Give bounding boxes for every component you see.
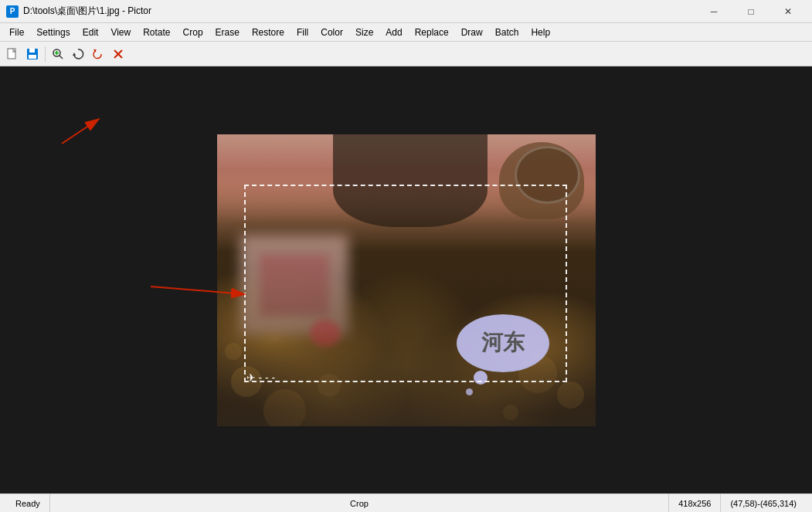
menu-erase[interactable]: Erase <box>209 23 246 42</box>
speech-bubble: 河东 <box>457 314 549 372</box>
minimize-button[interactable]: ─ <box>696 0 732 23</box>
toolbar-save[interactable] <box>23 45 42 63</box>
menu-help[interactable]: Help <box>525 23 556 42</box>
menu-add[interactable]: Add <box>379 23 408 42</box>
main-image: 河东 ✈ - - - <box>217 134 596 426</box>
menu-batch[interactable]: Batch <box>489 23 525 42</box>
svg-line-5 <box>59 56 63 59</box>
cat-dark <box>333 134 488 227</box>
svg-marker-8 <box>73 53 76 56</box>
close-button[interactable]: ✕ <box>770 0 806 23</box>
status-size-text: 418x256 <box>678 499 711 508</box>
menu-draw[interactable]: Draw <box>455 23 489 42</box>
svg-rect-3 <box>29 55 36 59</box>
svg-line-13 <box>62 119 99 144</box>
status-mode-text: Crop <box>350 499 369 508</box>
toolbar-undo[interactable] <box>89 45 107 63</box>
status-coords-text: (47,58)-(465,314) <box>730 499 797 508</box>
menu-replace[interactable]: Replace <box>409 23 455 42</box>
menubar: File Settings Edit View Rotate Crop Eras… <box>0 23 812 42</box>
menu-restore[interactable]: Restore <box>246 23 290 42</box>
toolbar <box>0 42 812 66</box>
titlebar-left: P D:\tools\桌面\图片\1.jpg - Pictor <box>6 5 151 18</box>
status-mode: Crop <box>50 494 669 512</box>
statusbar: Ready Crop 418x256 (47,58)-(465,314) <box>0 493 812 512</box>
toolbar-cancel[interactable] <box>109 45 127 63</box>
svg-rect-2 <box>29 49 35 53</box>
image-container: 河东 ✈ - - - <box>217 134 596 426</box>
window-title: D:\tools\桌面\图片\1.jpg - Pictor <box>23 5 151 18</box>
window-controls: ─ □ ✕ <box>696 0 806 23</box>
status-coords: (47,58)-(465,314) <box>721 494 806 512</box>
toolbar-separator-1 <box>45 46 46 62</box>
titlebar: P D:\tools\桌面\图片\1.jpg - Pictor ─ □ ✕ <box>0 0 812 23</box>
menu-fill[interactable]: Fill <box>290 23 314 42</box>
menu-crop[interactable]: Crop <box>177 23 209 42</box>
menu-view[interactable]: View <box>104 23 137 42</box>
status-ready-text: Ready <box>15 499 40 508</box>
app-icon: P <box>6 5 19 18</box>
speech-bubble-text: 河东 <box>481 328 525 358</box>
menu-color[interactable]: Color <box>314 23 349 42</box>
toolbar-zoom[interactable] <box>49 45 67 63</box>
svg-marker-9 <box>93 49 97 52</box>
color-smear <box>310 320 341 347</box>
status-ready: Ready <box>6 494 50 512</box>
menu-file[interactable]: File <box>3 23 30 42</box>
canvas-area[interactable]: 河东 ✈ - - - <box>0 66 812 493</box>
menu-rotate[interactable]: Rotate <box>137 23 176 42</box>
toolbar-new[interactable] <box>3 45 22 63</box>
plane-icon: ✈ - - - <box>246 371 276 384</box>
menu-settings[interactable]: Settings <box>30 23 76 42</box>
maximize-button[interactable]: □ <box>733 0 769 23</box>
menu-edit[interactable]: Edit <box>76 23 105 42</box>
guinea-pig-right-face <box>515 146 580 204</box>
menu-size[interactable]: Size <box>349 23 379 42</box>
toolbar-refresh[interactable] <box>69 45 87 63</box>
status-size: 418x256 <box>669 494 721 512</box>
